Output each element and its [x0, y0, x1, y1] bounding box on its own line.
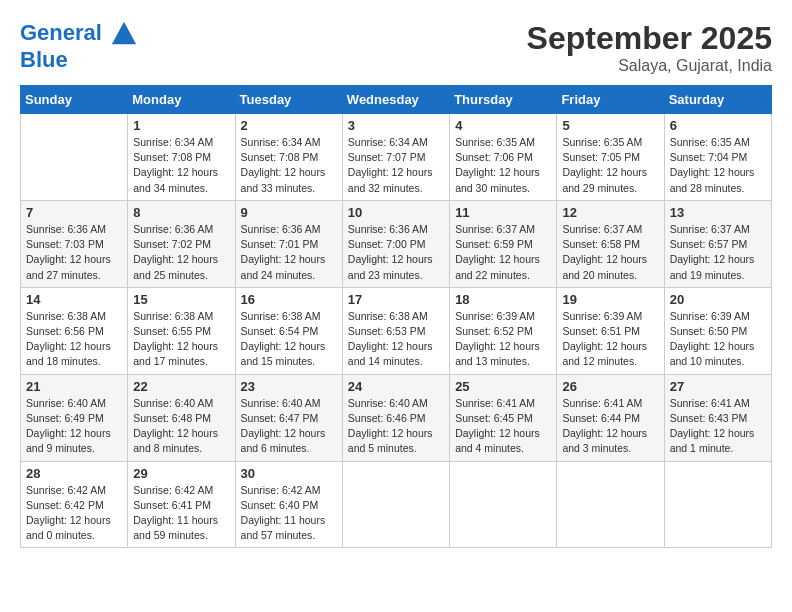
calendar-cell — [664, 461, 771, 548]
day-info: Sunrise: 6:38 AMSunset: 6:53 PMDaylight:… — [348, 309, 444, 370]
calendar-cell: 12Sunrise: 6:37 AMSunset: 6:58 PMDayligh… — [557, 200, 664, 287]
logo: General Blue — [20, 20, 138, 72]
day-number: 8 — [133, 205, 229, 220]
day-number: 4 — [455, 118, 551, 133]
location: Salaya, Gujarat, India — [527, 57, 772, 75]
calendar-week-1: 1Sunrise: 6:34 AMSunset: 7:08 PMDaylight… — [21, 114, 772, 201]
calendar-cell: 27Sunrise: 6:41 AMSunset: 6:43 PMDayligh… — [664, 374, 771, 461]
day-info: Sunrise: 6:36 AMSunset: 7:03 PMDaylight:… — [26, 222, 122, 283]
day-number: 30 — [241, 466, 337, 481]
calendar-cell — [450, 461, 557, 548]
calendar-cell: 9Sunrise: 6:36 AMSunset: 7:01 PMDaylight… — [235, 200, 342, 287]
calendar-cell: 8Sunrise: 6:36 AMSunset: 7:02 PMDaylight… — [128, 200, 235, 287]
day-header-friday: Friday — [557, 86, 664, 114]
day-info: Sunrise: 6:34 AMSunset: 7:08 PMDaylight:… — [133, 135, 229, 196]
day-number: 22 — [133, 379, 229, 394]
day-number: 6 — [670, 118, 766, 133]
day-number: 28 — [26, 466, 122, 481]
calendar-cell: 13Sunrise: 6:37 AMSunset: 6:57 PMDayligh… — [664, 200, 771, 287]
calendar-cell: 11Sunrise: 6:37 AMSunset: 6:59 PMDayligh… — [450, 200, 557, 287]
title-section: September 2025 Salaya, Gujarat, India — [527, 20, 772, 75]
calendar-cell: 30Sunrise: 6:42 AMSunset: 6:40 PMDayligh… — [235, 461, 342, 548]
calendar-cell: 28Sunrise: 6:42 AMSunset: 6:42 PMDayligh… — [21, 461, 128, 548]
calendar-cell: 4Sunrise: 6:35 AMSunset: 7:06 PMDaylight… — [450, 114, 557, 201]
day-info: Sunrise: 6:36 AMSunset: 7:00 PMDaylight:… — [348, 222, 444, 283]
calendar-cell: 20Sunrise: 6:39 AMSunset: 6:50 PMDayligh… — [664, 287, 771, 374]
calendar-cell — [21, 114, 128, 201]
calendar-table: SundayMondayTuesdayWednesdayThursdayFrid… — [20, 85, 772, 548]
day-number: 9 — [241, 205, 337, 220]
day-number: 14 — [26, 292, 122, 307]
day-info: Sunrise: 6:42 AMSunset: 6:41 PMDaylight:… — [133, 483, 229, 544]
day-number: 20 — [670, 292, 766, 307]
day-info: Sunrise: 6:38 AMSunset: 6:56 PMDaylight:… — [26, 309, 122, 370]
calendar-cell: 10Sunrise: 6:36 AMSunset: 7:00 PMDayligh… — [342, 200, 449, 287]
day-info: Sunrise: 6:34 AMSunset: 7:07 PMDaylight:… — [348, 135, 444, 196]
logo-general: General — [20, 20, 102, 45]
calendar-cell: 6Sunrise: 6:35 AMSunset: 7:04 PMDaylight… — [664, 114, 771, 201]
calendar-cell: 1Sunrise: 6:34 AMSunset: 7:08 PMDaylight… — [128, 114, 235, 201]
day-number: 26 — [562, 379, 658, 394]
day-info: Sunrise: 6:41 AMSunset: 6:43 PMDaylight:… — [670, 396, 766, 457]
logo-icon — [110, 20, 138, 48]
day-info: Sunrise: 6:40 AMSunset: 6:47 PMDaylight:… — [241, 396, 337, 457]
calendar-cell: 26Sunrise: 6:41 AMSunset: 6:44 PMDayligh… — [557, 374, 664, 461]
day-number: 27 — [670, 379, 766, 394]
day-info: Sunrise: 6:37 AMSunset: 6:57 PMDaylight:… — [670, 222, 766, 283]
day-number: 15 — [133, 292, 229, 307]
calendar-cell: 21Sunrise: 6:40 AMSunset: 6:49 PMDayligh… — [21, 374, 128, 461]
day-number: 18 — [455, 292, 551, 307]
calendar-week-4: 21Sunrise: 6:40 AMSunset: 6:49 PMDayligh… — [21, 374, 772, 461]
day-number: 16 — [241, 292, 337, 307]
month-title: September 2025 — [527, 20, 772, 57]
day-info: Sunrise: 6:37 AMSunset: 6:59 PMDaylight:… — [455, 222, 551, 283]
day-number: 5 — [562, 118, 658, 133]
calendar-cell: 15Sunrise: 6:38 AMSunset: 6:55 PMDayligh… — [128, 287, 235, 374]
day-number: 24 — [348, 379, 444, 394]
calendar-cell: 5Sunrise: 6:35 AMSunset: 7:05 PMDaylight… — [557, 114, 664, 201]
day-info: Sunrise: 6:39 AMSunset: 6:52 PMDaylight:… — [455, 309, 551, 370]
day-info: Sunrise: 6:42 AMSunset: 6:42 PMDaylight:… — [26, 483, 122, 544]
day-info: Sunrise: 6:41 AMSunset: 6:44 PMDaylight:… — [562, 396, 658, 457]
calendar-cell: 18Sunrise: 6:39 AMSunset: 6:52 PMDayligh… — [450, 287, 557, 374]
day-number: 7 — [26, 205, 122, 220]
calendar-cell: 29Sunrise: 6:42 AMSunset: 6:41 PMDayligh… — [128, 461, 235, 548]
day-number: 17 — [348, 292, 444, 307]
day-info: Sunrise: 6:36 AMSunset: 7:01 PMDaylight:… — [241, 222, 337, 283]
day-header-tuesday: Tuesday — [235, 86, 342, 114]
logo-blue: Blue — [20, 47, 68, 72]
day-header-saturday: Saturday — [664, 86, 771, 114]
day-number: 12 — [562, 205, 658, 220]
calendar-cell: 17Sunrise: 6:38 AMSunset: 6:53 PMDayligh… — [342, 287, 449, 374]
day-number: 3 — [348, 118, 444, 133]
day-header-sunday: Sunday — [21, 86, 128, 114]
day-number: 25 — [455, 379, 551, 394]
day-info: Sunrise: 6:40 AMSunset: 6:48 PMDaylight:… — [133, 396, 229, 457]
day-header-thursday: Thursday — [450, 86, 557, 114]
day-header-monday: Monday — [128, 86, 235, 114]
calendar-week-5: 28Sunrise: 6:42 AMSunset: 6:42 PMDayligh… — [21, 461, 772, 548]
page-header: General Blue September 2025 Salaya, Guja… — [20, 20, 772, 75]
day-info: Sunrise: 6:35 AMSunset: 7:05 PMDaylight:… — [562, 135, 658, 196]
calendar-cell: 3Sunrise: 6:34 AMSunset: 7:07 PMDaylight… — [342, 114, 449, 201]
svg-marker-0 — [112, 22, 136, 44]
day-number: 1 — [133, 118, 229, 133]
calendar-week-3: 14Sunrise: 6:38 AMSunset: 6:56 PMDayligh… — [21, 287, 772, 374]
day-number: 29 — [133, 466, 229, 481]
day-number: 10 — [348, 205, 444, 220]
day-info: Sunrise: 6:38 AMSunset: 6:54 PMDaylight:… — [241, 309, 337, 370]
day-info: Sunrise: 6:35 AMSunset: 7:06 PMDaylight:… — [455, 135, 551, 196]
day-info: Sunrise: 6:42 AMSunset: 6:40 PMDaylight:… — [241, 483, 337, 544]
calendar-week-2: 7Sunrise: 6:36 AMSunset: 7:03 PMDaylight… — [21, 200, 772, 287]
day-info: Sunrise: 6:40 AMSunset: 6:46 PMDaylight:… — [348, 396, 444, 457]
calendar-cell: 25Sunrise: 6:41 AMSunset: 6:45 PMDayligh… — [450, 374, 557, 461]
calendar-cell: 2Sunrise: 6:34 AMSunset: 7:08 PMDaylight… — [235, 114, 342, 201]
day-info: Sunrise: 6:35 AMSunset: 7:04 PMDaylight:… — [670, 135, 766, 196]
calendar-cell: 22Sunrise: 6:40 AMSunset: 6:48 PMDayligh… — [128, 374, 235, 461]
calendar-cell: 7Sunrise: 6:36 AMSunset: 7:03 PMDaylight… — [21, 200, 128, 287]
day-number: 11 — [455, 205, 551, 220]
day-info: Sunrise: 6:41 AMSunset: 6:45 PMDaylight:… — [455, 396, 551, 457]
calendar-cell — [342, 461, 449, 548]
day-header-wednesday: Wednesday — [342, 86, 449, 114]
calendar-cell: 16Sunrise: 6:38 AMSunset: 6:54 PMDayligh… — [235, 287, 342, 374]
